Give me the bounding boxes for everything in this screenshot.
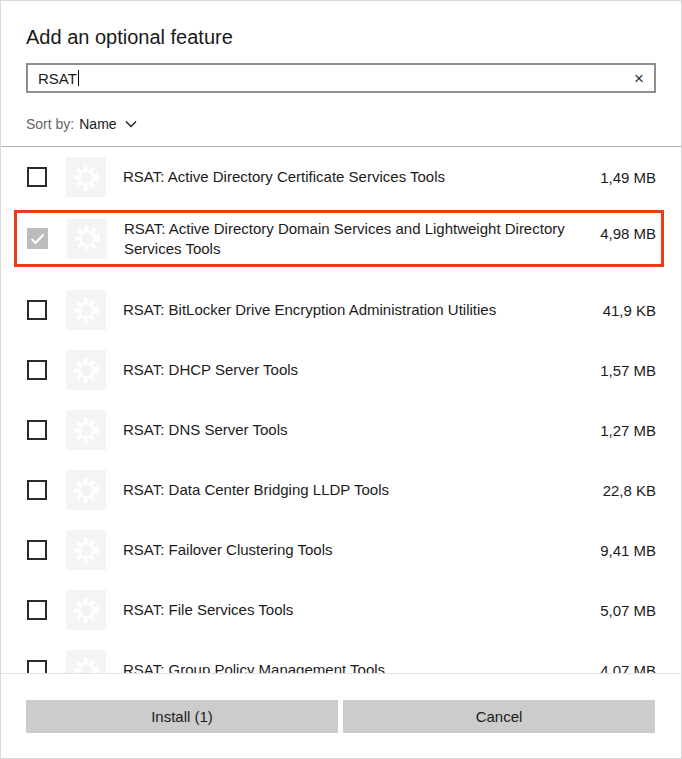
gear-icon [66,350,106,390]
install-button[interactable]: Install (1) [26,700,338,733]
feature-size: 9,41 MB [600,542,656,559]
feature-name: RSAT: Active Directory Domain Services a… [124,219,589,259]
gear-icon [66,157,106,197]
feature-size: 22,8 KB [603,482,656,499]
feature-name: RSAT: File Services Tools [123,600,600,620]
feature-list: RSAT: Active Directory Certificate Servi… [1,147,681,674]
feature-name: RSAT: BitLocker Drive Encryption Adminis… [123,300,603,320]
gear-icon [66,530,106,570]
checkmark-icon [30,233,45,245]
chevron-down-icon [125,120,137,128]
gear-icon [66,650,106,674]
gear-icon [66,410,106,450]
gear-icon [66,470,106,510]
feature-row[interactable]: RSAT: Group Policy Management Tools 4,07… [1,640,681,674]
feature-size: 1,57 MB [600,362,656,379]
feature-row[interactable]: RSAT: Active Directory Domain Services a… [14,210,664,267]
sort-by-label: Sort by: [26,116,74,132]
feature-row[interactable]: RSAT: DNS Server Tools 1,27 MB [1,400,681,460]
add-optional-feature-dialog: Add an optional feature RSAT × Sort by: … [0,0,682,759]
feature-checkbox[interactable] [27,540,47,560]
feature-checkbox[interactable] [27,660,47,674]
feature-checkbox[interactable] [27,420,47,440]
feature-size: 1,27 MB [600,422,656,439]
feature-checkbox[interactable] [27,167,47,187]
feature-name: RSAT: DHCP Server Tools [123,360,600,380]
feature-name: RSAT: Failover Clustering Tools [123,540,600,560]
feature-name: RSAT: Group Policy Management Tools [123,660,600,674]
feature-row[interactable]: RSAT: Active Directory Certificate Servi… [1,147,681,207]
feature-checkbox[interactable] [27,480,47,500]
page-title: Add an optional feature [26,25,656,49]
feature-name: RSAT: DNS Server Tools [123,420,600,440]
feature-size: 4,98 MB [600,225,656,242]
feature-row[interactable]: RSAT: File Services Tools 5,07 MB [1,580,681,640]
clear-search-icon[interactable]: × [634,70,644,87]
feature-checkbox[interactable] [27,600,47,620]
feature-row[interactable]: RSAT: BitLocker Drive Encryption Adminis… [1,280,681,340]
gear-icon [66,590,106,630]
gear-icon [67,219,107,259]
search-box[interactable]: RSAT × [26,63,656,93]
text-cursor [78,70,79,86]
feature-row[interactable]: RSAT: DHCP Server Tools 1,57 MB [1,340,681,400]
feature-size: 5,07 MB [600,602,656,619]
gear-icon [66,290,106,330]
feature-row[interactable]: RSAT: Failover Clustering Tools 9,41 MB [1,520,681,580]
cancel-button[interactable]: Cancel [343,700,655,733]
feature-row[interactable]: RSAT: Data Center Bridging LLDP Tools 22… [1,460,681,520]
sort-by-dropdown[interactable]: Sort by: Name [26,116,656,146]
feature-checkbox[interactable] [27,360,47,380]
feature-size: 1,49 MB [600,169,656,186]
dialog-footer: Install (1) Cancel [1,673,681,758]
search-input[interactable]: RSAT [38,70,77,87]
dialog-header: Add an optional feature RSAT × Sort by: … [1,1,681,147]
feature-name: RSAT: Data Center Bridging LLDP Tools [123,480,603,500]
feature-checkbox[interactable] [27,228,48,249]
feature-name: RSAT: Active Directory Certificate Servi… [123,167,600,187]
feature-size: 41,9 KB [603,302,656,319]
sort-by-value: Name [79,116,116,132]
feature-checkbox[interactable] [27,300,47,320]
